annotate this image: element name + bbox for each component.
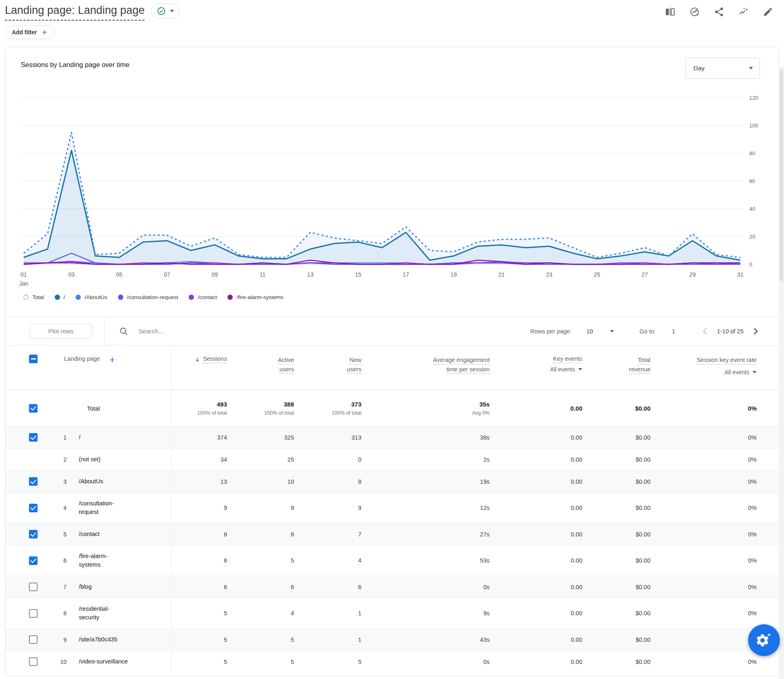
- insights-icon: [738, 7, 749, 17]
- metric-value: 9s: [483, 610, 490, 616]
- landing-page-header-label: Landing page: [64, 355, 100, 362]
- column-header-session-rate[interactable]: Session key event rate All events: [650, 346, 779, 390]
- page-title[interactable]: Landing page: Landing page: [5, 4, 145, 21]
- new-users-header-label: New users: [341, 355, 361, 374]
- legend-item: Total: [23, 294, 44, 300]
- metric-cell: $0.00: [582, 545, 650, 576]
- insights-button[interactable]: [738, 7, 749, 17]
- column-header-avg-engagement[interactable]: Average engagement time per session: [361, 346, 490, 390]
- row-checkbox[interactable]: [29, 609, 38, 618]
- svg-text:09: 09: [212, 271, 218, 278]
- customize-report-fab[interactable]: [748, 624, 780, 656]
- rows-per-page-value[interactable]: 10: [586, 328, 593, 335]
- metric-cell: 0%: [650, 449, 779, 470]
- metric-value: 34: [220, 456, 227, 463]
- metric-value: 9: [291, 505, 294, 511]
- svg-text:13: 13: [307, 271, 314, 278]
- legend-label: /AboutUs: [85, 294, 107, 300]
- legend-label: /consultation-request: [127, 294, 178, 300]
- metric-cell: 2s: [361, 449, 490, 470]
- add-dimension-icon[interactable]: [108, 356, 116, 364]
- select-all-checkbox[interactable]: [29, 355, 38, 363]
- chevron-down-icon: [170, 10, 174, 12]
- metric-value: 0.00: [571, 434, 582, 441]
- table-row: 1/37432531338s0.00$0.000%: [5, 426, 779, 448]
- metric-value: $0.00: [636, 456, 650, 463]
- row-checkbox[interactable]: [29, 635, 38, 644]
- report-trend-button[interactable]: [689, 7, 700, 17]
- chart-legend: Total//AboutUs/consultation-request/cont…: [23, 291, 779, 303]
- metric-value: 4: [291, 610, 294, 616]
- share-button[interactable]: [714, 7, 724, 17]
- checkbox-cell: [5, 523, 50, 545]
- column-header-landing-page[interactable]: Landing page: [50, 346, 171, 390]
- metric-value: $0.00: [636, 557, 650, 564]
- metric-cell: 10: [227, 471, 294, 492]
- landing-page-label: (not set): [79, 455, 100, 464]
- legend-item: /fire-alarm-systems: [227, 294, 283, 300]
- metric-cell: 313: [294, 427, 361, 448]
- row-checkbox[interactable]: [29, 583, 38, 591]
- column-header-key-events[interactable]: Key events All events: [490, 346, 582, 390]
- previous-page-button[interactable]: [700, 326, 710, 337]
- goto-value[interactable]: 1: [672, 328, 675, 335]
- metric-value: 0.00: [571, 531, 582, 538]
- key-events-filter-label[interactable]: All events: [550, 366, 575, 373]
- column-header-active-users[interactable]: Active users: [227, 346, 294, 390]
- metric-value: 53s: [480, 557, 490, 564]
- metric-value: $0.00: [636, 505, 650, 511]
- session-rate-filter-label[interactable]: All events: [724, 369, 749, 375]
- metric-value: 8: [224, 557, 227, 564]
- metric-cell: 373100% of total: [294, 390, 361, 426]
- svg-text:17: 17: [403, 271, 409, 278]
- metric-cell: 0.00: [490, 598, 582, 628]
- sessions-line-chart[interactable]: 02040608010012001Jan03050709111315171921…: [5, 89, 779, 290]
- scrollbar[interactable]: [779, 67, 784, 679]
- metric-value: 5: [291, 557, 294, 564]
- search-input[interactable]: [138, 328, 261, 335]
- row-checkbox[interactable]: [29, 477, 38, 486]
- metric-cell: $0.00: [582, 449, 650, 470]
- dimension-status-badge[interactable]: [151, 3, 180, 19]
- add-filter-button[interactable]: Add filter: [5, 25, 55, 39]
- comparison-button[interactable]: [665, 7, 675, 17]
- column-header-new-users[interactable]: New users: [294, 346, 361, 390]
- metric-cell: $0.00: [582, 427, 650, 448]
- row-checkbox[interactable]: [29, 433, 38, 442]
- row-checkbox[interactable]: [29, 657, 38, 666]
- report-card: Sessions by Landing page over time Day 0…: [5, 47, 779, 676]
- metric-value: 35s: [479, 401, 490, 408]
- next-page-button[interactable]: [750, 326, 761, 337]
- column-header-total-revenue[interactable]: Total revenue: [582, 346, 650, 390]
- edit-button[interactable]: [763, 7, 773, 17]
- table-search[interactable]: [119, 326, 261, 336]
- checkbox-cell: [5, 390, 50, 426]
- svg-text:07: 07: [164, 271, 170, 278]
- metric-cell: 0s: [361, 651, 490, 672]
- row-checkbox[interactable]: [29, 504, 38, 512]
- row-checkbox[interactable]: [29, 556, 38, 565]
- metric-cell: 8: [171, 545, 227, 576]
- report-header: Landing page: Landing page Add filter: [0, 0, 784, 46]
- landing-page-cell: /blog: [67, 576, 171, 598]
- landing-page-label: /blog: [79, 583, 91, 591]
- metric-cell: 6: [171, 576, 227, 598]
- row-index: 4: [50, 493, 67, 523]
- metric-value: 0: [358, 456, 361, 463]
- svg-text:21: 21: [498, 271, 505, 278]
- metric-cell: 4: [227, 598, 294, 628]
- metric-cell: 5: [294, 651, 361, 672]
- row-checkbox[interactable]: [29, 530, 38, 538]
- scrollbar-thumb[interactable]: [780, 69, 783, 281]
- metric-cell: 0.00: [490, 545, 582, 576]
- session-rate-header-label: Session key event rate: [695, 355, 757, 365]
- chevron-down-icon[interactable]: [610, 330, 614, 333]
- metric-cell: 0.00: [490, 576, 582, 598]
- metric-cell: 0%: [650, 390, 779, 426]
- metric-cell: 6: [227, 576, 294, 598]
- column-header-sessions[interactable]: Sessions: [171, 346, 227, 390]
- row-checkbox[interactable]: [29, 404, 38, 413]
- plot-rows-button[interactable]: Plot rows: [30, 324, 92, 339]
- landing-page-cell: /: [67, 427, 171, 448]
- granularity-select[interactable]: Day: [686, 58, 760, 79]
